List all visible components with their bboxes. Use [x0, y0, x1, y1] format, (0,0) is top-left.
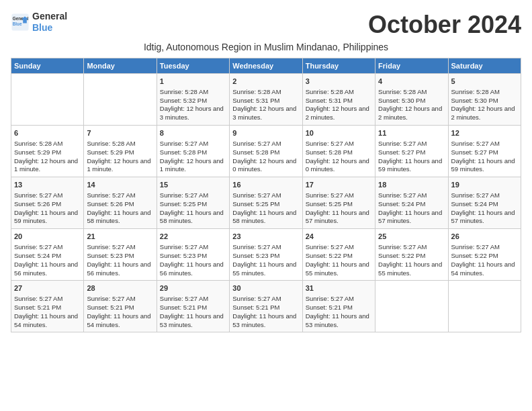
day-info-line: Sunset: 5:26 PM	[14, 200, 81, 209]
day-cell: 16Sunrise: 5:27 AMSunset: 5:25 PMDayligh…	[230, 177, 302, 229]
day-info-line: Sunset: 5:22 PM	[306, 252, 372, 261]
day-number: 6	[14, 128, 81, 138]
day-info-line: Sunrise: 5:27 AM	[306, 140, 372, 148]
day-cell: 22Sunrise: 5:27 AMSunset: 5:23 PMDayligh…	[157, 229, 229, 281]
day-cell: 30Sunrise: 5:27 AMSunset: 5:21 PMDayligh…	[230, 281, 302, 332]
day-cell: 20Sunrise: 5:27 AMSunset: 5:24 PMDayligh…	[11, 229, 84, 281]
day-number: 21	[87, 232, 153, 242]
day-cell: 31Sunrise: 5:27 AMSunset: 5:21 PMDayligh…	[302, 281, 375, 332]
day-info-line: Sunset: 5:28 PM	[160, 148, 226, 157]
day-info-line: Daylight: 11 hours and 59 minutes.	[451, 157, 518, 175]
day-info-line: Sunrise: 5:27 AM	[232, 191, 299, 200]
day-number: 16	[232, 180, 299, 190]
day-info-line: Sunrise: 5:28 AM	[160, 88, 226, 97]
day-info-line: Sunset: 5:22 PM	[451, 252, 518, 261]
day-number: 28	[87, 283, 153, 293]
day-cell: 19Sunrise: 5:27 AMSunset: 5:24 PMDayligh…	[448, 177, 521, 229]
day-cell: 25Sunrise: 5:27 AMSunset: 5:22 PMDayligh…	[375, 229, 448, 281]
day-info-line: Sunset: 5:21 PM	[306, 304, 372, 312]
day-info-line: Sunset: 5:24 PM	[451, 200, 518, 209]
subtitle: Idtig, Autonomous Region in Muslim Minda…	[11, 42, 521, 52]
day-number: 13	[14, 180, 81, 190]
month-title: October 2024	[368, 11, 521, 39]
day-info-line: Daylight: 11 hours and 53 minutes.	[232, 312, 299, 330]
day-info-line: Sunset: 5:25 PM	[306, 200, 372, 209]
day-number: 20	[14, 232, 81, 242]
day-number: 2	[232, 77, 299, 87]
day-info-line: Sunrise: 5:27 AM	[232, 295, 299, 304]
day-info-line: Sunrise: 5:27 AM	[87, 191, 153, 200]
day-info-line: Daylight: 11 hours and 56 minutes.	[14, 261, 81, 278]
day-number: 12	[451, 128, 518, 138]
logo-icon: General Blue	[11, 13, 30, 32]
day-info-line: Daylight: 12 hours and 0 minutes.	[306, 157, 372, 175]
day-info-line: Daylight: 11 hours and 53 minutes.	[160, 312, 226, 330]
day-info-line: Sunrise: 5:27 AM	[306, 191, 372, 200]
day-cell: 4Sunrise: 5:28 AMSunset: 5:30 PMDaylight…	[375, 74, 448, 126]
col-header-thursday: Thursday	[302, 58, 375, 74]
day-info-line: Daylight: 12 hours and 2 minutes.	[306, 105, 372, 122]
day-cell	[448, 281, 521, 332]
day-info-line: Sunrise: 5:27 AM	[87, 243, 153, 252]
day-number: 22	[160, 232, 226, 242]
day-cell: 1Sunrise: 5:28 AMSunset: 5:32 PMDaylight…	[157, 74, 229, 126]
day-cell: 11Sunrise: 5:27 AMSunset: 5:27 PMDayligh…	[375, 126, 448, 177]
day-info-line: Sunrise: 5:27 AM	[306, 295, 372, 304]
day-info-line: Daylight: 11 hours and 59 minutes.	[14, 209, 81, 226]
day-cell: 13Sunrise: 5:27 AMSunset: 5:26 PMDayligh…	[11, 177, 84, 229]
day-info-line: Sunrise: 5:27 AM	[378, 243, 445, 252]
day-info-line: Sunset: 5:30 PM	[378, 97, 445, 105]
day-info-line: Sunrise: 5:27 AM	[378, 191, 445, 200]
day-info-line: Sunset: 5:23 PM	[87, 252, 153, 261]
week-row-1: 1Sunrise: 5:28 AMSunset: 5:32 PMDaylight…	[11, 74, 521, 126]
day-info-line: Daylight: 11 hours and 57 minutes.	[378, 209, 445, 226]
day-number: 24	[306, 232, 372, 242]
day-info-line: Sunrise: 5:27 AM	[14, 295, 81, 304]
day-info-line: Sunset: 5:23 PM	[232, 252, 299, 261]
logo: General Blue General Blue	[11, 11, 67, 34]
day-info-line: Sunrise: 5:27 AM	[160, 191, 226, 200]
day-info-line: Daylight: 11 hours and 54 minutes.	[87, 312, 153, 330]
day-cell: 10Sunrise: 5:27 AMSunset: 5:28 PMDayligh…	[302, 126, 375, 177]
col-header-saturday: Saturday	[448, 58, 521, 74]
day-info-line: Daylight: 11 hours and 58 minutes.	[160, 209, 226, 226]
day-number: 9	[232, 128, 299, 138]
day-number: 19	[451, 180, 518, 190]
day-number: 23	[232, 232, 299, 242]
day-info-line: Daylight: 12 hours and 2 minutes.	[378, 105, 445, 122]
day-info-line: Daylight: 11 hours and 53 minutes.	[306, 312, 372, 330]
day-cell: 9Sunrise: 5:27 AMSunset: 5:28 PMDaylight…	[230, 126, 302, 177]
week-row-4: 20Sunrise: 5:27 AMSunset: 5:24 PMDayligh…	[11, 229, 521, 281]
day-cell: 2Sunrise: 5:28 AMSunset: 5:31 PMDaylight…	[230, 74, 302, 126]
day-cell: 12Sunrise: 5:27 AMSunset: 5:27 PMDayligh…	[448, 126, 521, 177]
day-info-line: Sunrise: 5:28 AM	[378, 88, 445, 97]
day-info-line: Daylight: 11 hours and 58 minutes.	[232, 209, 299, 226]
day-number: 15	[160, 180, 226, 190]
day-info-line: Sunset: 5:26 PM	[87, 200, 153, 209]
day-cell	[84, 74, 157, 126]
day-info-line: Sunset: 5:27 PM	[378, 148, 445, 157]
day-cell: 7Sunrise: 5:28 AMSunset: 5:29 PMDaylight…	[84, 126, 157, 177]
day-number: 18	[378, 180, 445, 190]
day-cell: 8Sunrise: 5:27 AMSunset: 5:28 PMDaylight…	[157, 126, 229, 177]
day-info-line: Sunset: 5:29 PM	[87, 148, 153, 157]
day-cell: 21Sunrise: 5:27 AMSunset: 5:23 PMDayligh…	[84, 229, 157, 281]
day-cell: 5Sunrise: 5:28 AMSunset: 5:30 PMDaylight…	[448, 74, 521, 126]
day-number: 3	[306, 77, 372, 87]
calendar-table: SundayMondayTuesdayWednesdayThursdayFrid…	[11, 58, 521, 332]
day-info-line: Sunrise: 5:27 AM	[306, 243, 372, 252]
day-info-line: Sunset: 5:21 PM	[160, 304, 226, 312]
day-info-line: Sunrise: 5:28 AM	[232, 88, 299, 97]
day-cell: 23Sunrise: 5:27 AMSunset: 5:23 PMDayligh…	[230, 229, 302, 281]
day-info-line: Daylight: 12 hours and 1 minute.	[160, 157, 226, 175]
day-number: 8	[160, 128, 226, 138]
col-header-monday: Monday	[84, 58, 157, 74]
day-info-line: Sunrise: 5:27 AM	[14, 191, 81, 200]
day-info-line: Daylight: 11 hours and 55 minutes.	[232, 261, 299, 278]
day-info-line: Daylight: 11 hours and 56 minutes.	[87, 261, 153, 278]
day-info-line: Sunset: 5:25 PM	[232, 200, 299, 209]
col-header-friday: Friday	[375, 58, 448, 74]
day-number: 5	[451, 77, 518, 87]
day-info-line: Daylight: 11 hours and 56 minutes.	[160, 261, 226, 278]
day-info-line: Sunrise: 5:27 AM	[160, 243, 226, 252]
